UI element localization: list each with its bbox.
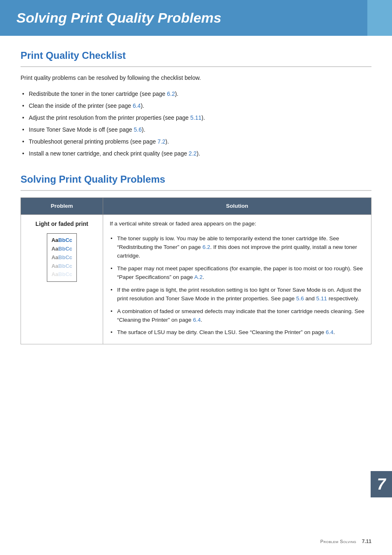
list-item: A combination of faded or smeared defect…	[110, 305, 364, 327]
footer-page-ref: 7.11	[362, 539, 371, 544]
sample-color-2: BbCc	[58, 246, 72, 252]
checklist-item-2-text: Clean the inside of the printer (see pag…	[29, 102, 133, 109]
list-item: Adjust the print resolution from the pri…	[21, 112, 371, 124]
solution-cell: If a vertical white streak or faded area…	[103, 215, 371, 344]
sol-link-4a[interactable]: 6.4	[193, 317, 201, 323]
solution-list: The toner supply is low. You may be able…	[110, 232, 364, 339]
problem-title: Light or faded print	[28, 220, 96, 228]
list-item: If the entire page is light, the print r…	[110, 284, 364, 305]
checklist-item-6-text: Install a new toner cartridge, and check…	[29, 150, 189, 157]
page-tab-number: 7	[377, 473, 385, 496]
main-content: Print Quality Checklist Print quality pr…	[0, 48, 392, 365]
checklist-section: Print Quality Checklist Print quality pr…	[21, 48, 371, 160]
checklist-link-2[interactable]: 6.4	[133, 102, 141, 109]
table-header-row: Problem Solution	[21, 198, 371, 215]
problems-title: Solving Print Quality Problems	[21, 172, 371, 187]
list-item: Install a new toner cartridge, and check…	[21, 148, 371, 160]
sample-box: AaBbCc AaBbCc AaBbCc AaBbCc	[47, 233, 77, 282]
sample-color-1: BbCc	[58, 237, 72, 243]
table-row: Light or faded print AaBbCc AaBbCc AaBbC…	[21, 215, 371, 344]
checklist-title: Print Quality Checklist	[21, 48, 371, 63]
sample-color-4: BbCc	[58, 263, 72, 269]
sol-item-2-text: The paper may not meet paper specificati…	[117, 265, 363, 280]
sample-bold-2: Aa	[51, 246, 58, 252]
checklist-divider	[21, 66, 371, 67]
checklist-link-4[interactable]: 5.6	[134, 126, 142, 133]
sample-color-5: BbCc	[58, 271, 72, 277]
page-tab: 7	[371, 471, 392, 497]
list-item: Redistribute the toner in the toner cart…	[21, 88, 371, 100]
solution-intro: If a vertical white streak or faded area…	[110, 220, 364, 228]
page-title: Solving Print Quality Problems	[16, 7, 376, 28]
list-item: Insure Toner Save Mode is off (see page …	[21, 124, 371, 136]
list-item: Troubleshoot general printing problems (…	[21, 136, 371, 148]
checklist-item-5-text: Troubleshoot general printing problems (…	[29, 138, 157, 145]
sol-item-5-text: The surface of LSU may be dirty. Clean t…	[117, 329, 326, 335]
col-solution: Solution	[103, 198, 371, 215]
sol-link-2a[interactable]: A.2	[194, 274, 203, 280]
page-header: Solving Print Quality Problems	[0, 0, 392, 36]
sol-link-3a[interactable]: 5.6	[296, 295, 304, 302]
sample-line-3: AaBbCc	[51, 253, 72, 262]
checklist-link-6[interactable]: 2.2	[189, 150, 196, 157]
sol-link-5a[interactable]: 6.4	[326, 329, 334, 335]
sample-line-2: AaBbCc	[51, 245, 72, 253]
problem-cell: Light or faded print AaBbCc AaBbCc AaBbC…	[21, 215, 103, 344]
sample-bold-1: Aa	[51, 237, 58, 243]
checklist-item-3-text: Adjust the print resolution from the pri…	[29, 114, 190, 121]
list-item: Clean the inside of the printer (see pag…	[21, 100, 371, 112]
sol-link-1a[interactable]: 6.2	[203, 244, 210, 250]
checklist-intro: Print quality problems can be resolved b…	[21, 74, 371, 82]
page-container: Solving Print Quality Problems Print Qua…	[0, 0, 392, 555]
checklist-link-3[interactable]: 5.11	[190, 114, 201, 121]
sample-color-3: BbCc	[58, 254, 72, 260]
checklist-link-1[interactable]: 6.2	[167, 91, 175, 97]
footer-spacer	[358, 539, 361, 544]
list-item: The toner supply is low. You may be able…	[110, 232, 364, 262]
quality-table: Problem Solution Light or faded print Aa…	[21, 197, 371, 344]
problems-section: Solving Print Quality Problems Problem S…	[21, 172, 371, 344]
sample-bold-5: Aa	[51, 271, 58, 277]
checklist-item-1-text: Redistribute the toner in the toner cart…	[29, 91, 167, 97]
sample-bold-4: Aa	[51, 263, 58, 269]
col-problem: Problem	[21, 198, 103, 215]
checklist-item-4-text: Insure Toner Save Mode is off (see page	[29, 126, 134, 133]
sol-item-4-text: A combination of faded or smeared defect…	[117, 308, 364, 323]
checklist-list: Redistribute the toner in the toner cart…	[21, 88, 371, 160]
sample-line-5: AaBbCc	[51, 270, 72, 279]
sample-line-1: AaBbCc	[51, 236, 72, 245]
footer-section-label: Problem Solving	[321, 539, 357, 544]
list-item: The surface of LSU may be dirty. Clean t…	[110, 326, 364, 339]
sample-bold-3: Aa	[51, 254, 58, 260]
list-item: The paper may not meet paper specificati…	[110, 262, 364, 284]
problems-divider	[21, 190, 371, 191]
sol-link-3b[interactable]: 5.11	[316, 295, 327, 302]
checklist-link-5[interactable]: 7.2	[157, 138, 165, 145]
page-footer: Problem Solving 7.11	[321, 538, 371, 545]
sample-line-4: AaBbCc	[51, 262, 72, 271]
